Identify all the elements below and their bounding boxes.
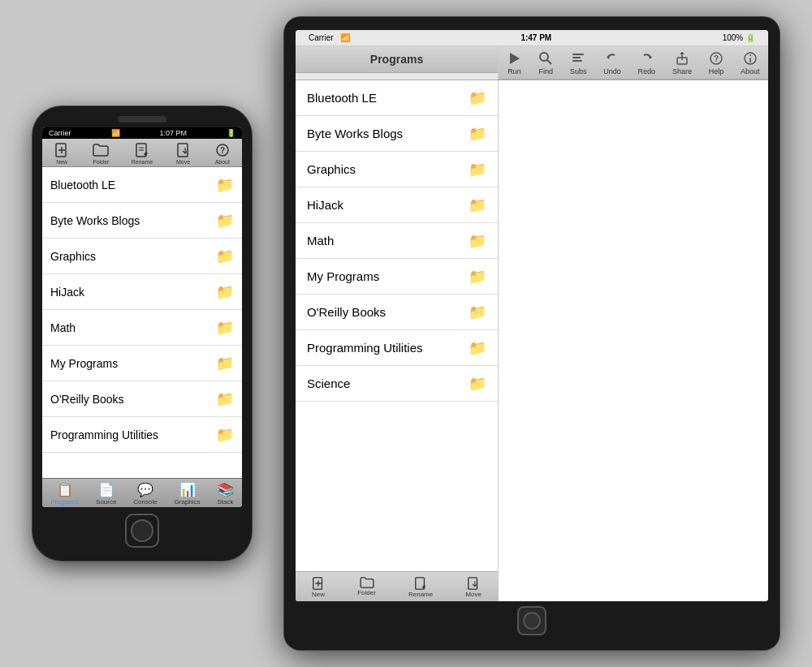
folder-icon: 📁	[216, 283, 234, 301]
find-button[interactable]: Find	[538, 51, 553, 75]
ipad-time: 1:47 PM	[520, 33, 551, 42]
ipad-screen: Carrier 📶 1:47 PM 100% 🔋 Programs Run	[296, 30, 768, 601]
list-item[interactable]: O'Reilly Books 📁	[42, 381, 242, 417]
iphone-new-button[interactable]: New	[53, 142, 71, 165]
find-icon	[538, 51, 553, 66]
ipad-home-button[interactable]	[517, 606, 546, 635]
help-icon: ?	[709, 51, 723, 66]
subs-button[interactable]: Subs	[570, 51, 587, 75]
home-circle	[523, 612, 541, 630]
console-tab-icon: 💬	[137, 482, 153, 497]
tab-graphics[interactable]: 📊 Graphics	[175, 482, 201, 506]
iphone-rename-button[interactable]: Rename	[132, 142, 153, 165]
iphone-battery: 🔋	[227, 129, 235, 137]
list-item[interactable]: HiJack 📁	[42, 274, 242, 310]
share-button[interactable]: Share	[672, 51, 692, 75]
list-item[interactable]: Graphics 📁	[296, 152, 498, 187]
ipad-battery: 100% 🔋	[723, 33, 755, 42]
svg-rect-30	[469, 578, 477, 589]
folder-icon: 📁	[216, 390, 234, 408]
ipad-content-area	[499, 80, 768, 601]
rename-bottom-button[interactable]: Rename	[408, 577, 433, 598]
new-icon	[54, 143, 69, 157]
rename-icon	[135, 143, 149, 157]
iphone-move-button[interactable]: Move	[175, 142, 192, 165]
folder-icon: 📁	[469, 339, 486, 357]
folder-icon: 📁	[469, 268, 486, 286]
ipad-panel-title: Programs	[296, 46, 498, 73]
ipad-top-toolbar: Run Find Subs	[499, 46, 768, 80]
list-item[interactable]: Graphics 📁	[42, 239, 242, 274]
iphone-toolbar: New Folder	[42, 139, 242, 167]
source-tab-icon: 📄	[98, 482, 114, 497]
tab-source[interactable]: 📄 Source	[96, 482, 116, 506]
iphone-folder-button[interactable]: Folder	[92, 142, 110, 165]
redo-button[interactable]: Redo	[638, 51, 656, 75]
list-item[interactable]: Science 📁	[296, 366, 498, 402]
about-icon: ?	[215, 143, 230, 157]
list-item[interactable]: Programming Utilities 📁	[296, 330, 498, 366]
tab-stack[interactable]: 📚 Stack	[218, 482, 234, 506]
list-item[interactable]: O'Reilly Books 📁	[296, 295, 498, 330]
folder-icon: 📁	[216, 176, 234, 194]
iphone-tabbar: 📋 Programs 📄 Source 💬 Console 📊 Graphics…	[42, 478, 242, 507]
ipad-bottom-toolbar: New Folder Rename	[296, 571, 498, 601]
svg-point-24	[749, 54, 751, 56]
about-icon	[743, 51, 758, 66]
folder-icon: 📁	[469, 232, 486, 250]
move-bottom-button[interactable]: Move	[465, 577, 482, 598]
ipad-main: Bluetooth LE 📁 Byte Works Blogs 📁 Graphi…	[296, 80, 768, 601]
ipad-device: Carrier 📶 1:47 PM 100% 🔋 Programs Run	[284, 17, 780, 650]
iphone-carrier: Carrier	[49, 129, 71, 137]
new-icon	[312, 577, 325, 590]
iphone-home-button[interactable]	[125, 514, 159, 548]
tab-programs[interactable]: 📋 Programs	[50, 482, 79, 506]
list-item[interactable]: Byte Works Blogs 📁	[42, 203, 242, 239]
list-item[interactable]: Bluetooth LE 📁	[42, 167, 242, 203]
tab-console[interactable]: 💬 Console	[133, 482, 157, 506]
graphics-tab-icon: 📊	[179, 482, 196, 497]
list-item[interactable]: Bluetooth LE 📁	[296, 80, 498, 116]
new-bottom-button[interactable]: New	[312, 577, 325, 598]
folder-icon: 📁	[216, 319, 234, 337]
folder-icon: 📁	[469, 196, 486, 214]
list-item[interactable]: HiJack 📁	[296, 187, 498, 223]
move-icon	[467, 577, 480, 590]
list-item[interactable]: My Programs 📁	[296, 259, 498, 295]
svg-point-11	[540, 53, 548, 61]
folder-icon: 📁	[469, 161, 486, 179]
run-icon	[507, 51, 521, 66]
svg-rect-6	[178, 144, 188, 157]
iphone-about-button[interactable]: ? About	[214, 142, 231, 165]
run-button[interactable]: Run	[507, 51, 521, 75]
ipad-programs-list: Bluetooth LE 📁 Byte Works Blogs 📁 Graphi…	[296, 80, 498, 571]
folder-bottom-button[interactable]: Folder	[357, 577, 376, 598]
ipad-carrier: Carrier 📶	[309, 33, 350, 42]
folder-icon	[360, 577, 374, 588]
list-item[interactable]: Math 📁	[42, 310, 242, 346]
undo-icon	[605, 51, 620, 66]
home-circle	[131, 519, 153, 542]
ipad-right-panel	[499, 80, 768, 601]
svg-text:?: ?	[714, 54, 719, 63]
rename-icon	[414, 577, 427, 590]
help-button[interactable]: ? Help	[709, 51, 724, 75]
undo-button[interactable]: Undo	[603, 51, 621, 75]
iphone-device: Carrier 📶 1:07 PM 🔋 New	[32, 106, 252, 561]
iphone-speaker	[118, 116, 166, 123]
list-item[interactable]: Programming Utilities 📁	[42, 417, 242, 453]
about-button[interactable]: About	[741, 51, 760, 75]
subs-icon	[571, 51, 585, 66]
folder-icon: 📁	[216, 426, 234, 444]
ipad-status-bar: Carrier 📶 1:47 PM 100% 🔋	[296, 30, 768, 46]
svg-rect-15	[572, 60, 582, 62]
svg-line-12	[547, 60, 551, 64]
ipad-left-panel: Bluetooth LE 📁 Byte Works Blogs 📁 Graphi…	[296, 80, 499, 601]
svg-marker-20	[680, 52, 685, 54]
list-item[interactable]: Byte Works Blogs 📁	[296, 116, 498, 152]
list-item[interactable]: My Programs 📁	[42, 346, 242, 381]
redo-icon	[639, 51, 654, 66]
svg-marker-10	[510, 53, 520, 64]
list-item[interactable]: Math 📁	[296, 223, 498, 259]
folder-icon: 📁	[216, 212, 234, 230]
